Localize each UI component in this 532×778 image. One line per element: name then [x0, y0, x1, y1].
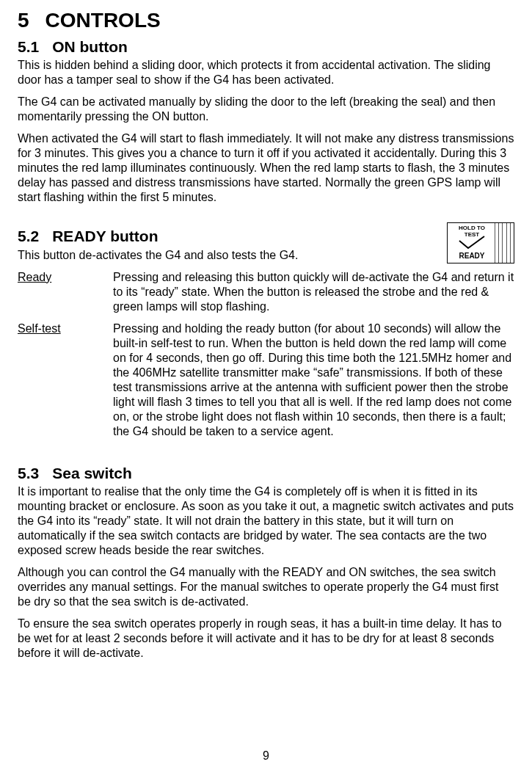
- subsection-title: READY button: [52, 228, 158, 244]
- body-text: This button de-activates the G4 and also…: [18, 248, 514, 263]
- body-text: This is hidden behind a sliding door, wh…: [18, 58, 514, 87]
- subsection-title: Sea switch: [52, 465, 132, 481]
- subsection-heading-sea-switch: 5.3Sea switch: [18, 464, 514, 483]
- page-number: 9: [0, 749, 532, 763]
- definition-row: Self-test Pressing and holding the ready…: [18, 321, 514, 439]
- subsection-heading-ready-button: 5.2READY button: [18, 227, 514, 246]
- definition-row: Ready Pressing and releasing this button…: [18, 270, 514, 314]
- diagram-stripes: [495, 223, 514, 263]
- subsection-title: ON button: [52, 38, 128, 55]
- diagram-label-bottom: READY: [451, 252, 493, 261]
- checkmark-icon: [458, 235, 486, 250]
- section-heading: 5CONTROLS: [18, 7, 514, 33]
- section-title: CONTROLS: [45, 9, 161, 32]
- definition-description: Pressing and releasing this button quick…: [113, 270, 514, 314]
- body-text: The G4 can be activated manually by slid…: [18, 95, 514, 124]
- body-text: Although you can control the G4 manually…: [18, 565, 514, 609]
- definition-description: Pressing and holding the ready button (f…: [113, 321, 514, 439]
- body-text: When activated the G4 will start to flas…: [18, 131, 514, 205]
- definition-list: Ready Pressing and releasing this button…: [18, 270, 514, 439]
- section-number: 5: [18, 7, 29, 33]
- subsection-heading-on-button: 5.1ON button: [18, 37, 514, 57]
- body-text: It is important to realise that the only…: [18, 484, 514, 558]
- subsection-number: 5.3: [18, 464, 39, 483]
- definition-term: Ready: [18, 270, 113, 314]
- body-text: To ensure the sea switch operates proper…: [18, 617, 514, 661]
- subsection-number: 5.1: [18, 37, 39, 57]
- subsection-number: 5.2: [18, 227, 39, 246]
- definition-term: Self-test: [18, 321, 113, 439]
- ready-button-diagram: HOLD TO TEST READY: [447, 222, 514, 263]
